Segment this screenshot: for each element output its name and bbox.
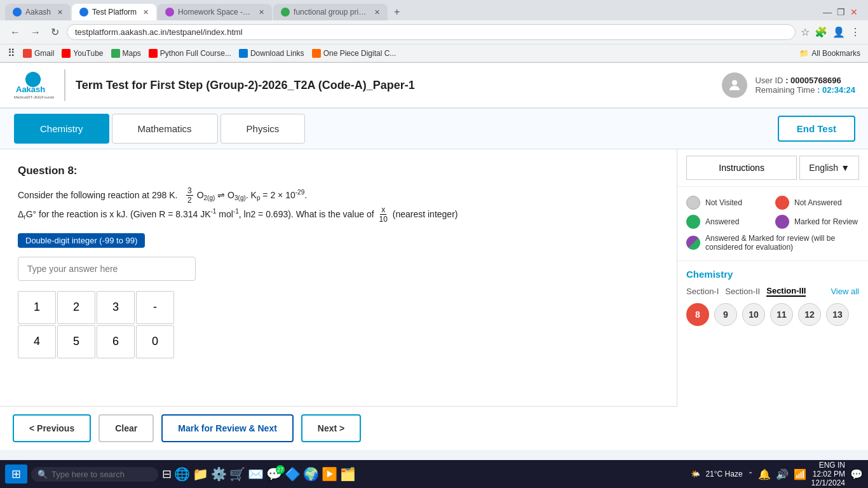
folder-icon: 📁 bbox=[799, 49, 809, 58]
tab-favicon-aakash bbox=[13, 8, 22, 17]
profile-icon[interactable]: 👤 bbox=[832, 26, 845, 38]
q-num-12[interactable]: 12 bbox=[798, 303, 821, 326]
bookmark-python-label: Python Full Course... bbox=[160, 49, 231, 58]
language-label: English bbox=[809, 163, 838, 173]
chemistry-section: Chemistry Section-I Section-II Section-I… bbox=[677, 261, 868, 334]
bookmark-python[interactable]: Python Full Course... bbox=[149, 49, 231, 58]
bookmark-youtube[interactable]: YouTube bbox=[62, 49, 103, 58]
tab-close-functional[interactable]: ✕ bbox=[374, 8, 380, 17]
mark-review-button[interactable]: Mark for Review & Next bbox=[161, 414, 294, 442]
bookmark-onepiece-label: One Piece Digital C... bbox=[323, 49, 397, 58]
numpad-minus[interactable]: - bbox=[136, 291, 174, 324]
user-info: User ID : 00005768696 Remaining Time : 0… bbox=[722, 72, 855, 98]
question-text: Consider the following reaction at 298 K… bbox=[18, 186, 659, 224]
tab-close-aakash[interactable]: ✕ bbox=[57, 8, 63, 17]
star-icon[interactable]: ☆ bbox=[801, 26, 810, 38]
test-title: Term Test for First Step (Group-2)-2026_… bbox=[76, 79, 722, 92]
tab-favicon-functional bbox=[281, 8, 290, 17]
tab-title-functional: functional group priority order bbox=[294, 8, 368, 17]
numpad: 1 2 3 - 4 5 6 0 bbox=[18, 291, 659, 358]
app-header: Aakash Medical|IIT-JEE|Foundations Term … bbox=[0, 63, 868, 109]
numpad-0[interactable]: 0 bbox=[136, 325, 174, 358]
tab-functional[interactable]: functional group priority order ✕ bbox=[273, 4, 388, 20]
numpad-6[interactable]: 6 bbox=[97, 325, 135, 358]
svg-point-3 bbox=[732, 80, 737, 85]
numpad-3[interactable]: 3 bbox=[97, 291, 135, 324]
maps-icon bbox=[111, 49, 120, 58]
section-tab-3[interactable]: Section-III bbox=[766, 286, 806, 297]
tab-close-homework[interactable]: ✕ bbox=[259, 8, 264, 17]
reload-button[interactable]: ↻ bbox=[48, 25, 62, 39]
back-button[interactable]: ← bbox=[8, 25, 23, 39]
extension-icon[interactable]: 🧩 bbox=[815, 26, 827, 38]
tab-testplatform[interactable]: Test Platform ✕ bbox=[72, 4, 156, 20]
close-window-button[interactable]: ✕ bbox=[850, 7, 858, 17]
avatar bbox=[722, 72, 747, 98]
download-icon bbox=[239, 49, 248, 58]
tab-homework[interactable]: Homework Space - StudyX ✕ bbox=[158, 4, 272, 20]
legend-not-visited: Not Visited bbox=[686, 196, 770, 210]
numpad-2[interactable]: 2 bbox=[57, 291, 95, 324]
address-icons: ☆ 🧩 👤 ⋮ bbox=[801, 26, 860, 38]
bookmark-gmail-label: Gmail bbox=[34, 49, 54, 58]
sidebar: Instructions English ▼ Not Visited Not A… bbox=[677, 149, 868, 450]
not-answered-label: Not Answered bbox=[794, 198, 842, 207]
bookmark-gmail[interactable]: Gmail bbox=[23, 49, 54, 58]
numpad-1[interactable]: 1 bbox=[18, 291, 56, 324]
menu-icon[interactable]: ⋮ bbox=[850, 26, 860, 38]
view-all-link[interactable]: View all bbox=[831, 287, 859, 296]
subject-tabs: Chemistry Mathematics Physics End Test bbox=[0, 109, 868, 149]
legend: Not Visited Not Answered Answered Marked… bbox=[677, 187, 868, 261]
section-tabs: Section-I Section-II Section-III View al… bbox=[686, 286, 859, 297]
python-icon bbox=[149, 49, 158, 58]
bookmark-download[interactable]: Download Links bbox=[239, 49, 304, 58]
tab-chemistry[interactable]: Chemistry bbox=[14, 114, 109, 144]
address-input[interactable] bbox=[67, 24, 796, 40]
bookmark-maps[interactable]: Maps bbox=[111, 49, 141, 58]
section-tab-2[interactable]: Section-II bbox=[725, 287, 760, 296]
bookmarks-bar: ⠿ Gmail YouTube Maps Python Full Course.… bbox=[0, 44, 868, 62]
forward-button[interactable]: → bbox=[28, 25, 43, 39]
sidebar-top: Instructions English ▼ bbox=[677, 149, 868, 187]
q-num-10[interactable]: 10 bbox=[742, 303, 765, 326]
language-dropdown[interactable]: English ▼ bbox=[799, 156, 859, 180]
tab-close-testplatform[interactable]: ✕ bbox=[143, 8, 149, 17]
maximize-button[interactable]: ❐ bbox=[837, 7, 845, 17]
svg-text:Aakash: Aakash bbox=[16, 85, 45, 94]
q-num-9[interactable]: 9 bbox=[714, 303, 737, 326]
minimize-button[interactable]: — bbox=[823, 7, 832, 17]
main-content: Question 8: Consider the following react… bbox=[0, 149, 868, 450]
legend-answered: Answered bbox=[686, 215, 770, 229]
q-num-8[interactable]: 8 bbox=[686, 303, 709, 326]
tab-physics[interactable]: Physics bbox=[220, 114, 306, 144]
end-test-button[interactable]: End Test bbox=[778, 116, 855, 142]
user-id-value: : 00005768696 bbox=[785, 76, 841, 85]
question-area: Question 8: Consider the following react… bbox=[0, 149, 677, 406]
numpad-5[interactable]: 5 bbox=[57, 325, 95, 358]
user-id-label: User ID bbox=[755, 76, 783, 85]
bookmark-allbookmarks-label: All Bookmarks bbox=[811, 49, 860, 58]
numpad-4[interactable]: 4 bbox=[18, 325, 56, 358]
marked-review-label: Marked for Review bbox=[794, 217, 858, 226]
apps-icon[interactable]: ⠿ bbox=[8, 47, 15, 59]
answered-marked-dot bbox=[686, 236, 700, 250]
answer-input[interactable] bbox=[18, 257, 196, 281]
not-visited-dot bbox=[686, 196, 700, 210]
tab-mathematics[interactable]: Mathematics bbox=[112, 114, 218, 144]
new-tab-button[interactable]: + bbox=[389, 4, 405, 20]
tab-aakash[interactable]: Aakash ✕ bbox=[5, 4, 71, 20]
instructions-button[interactable]: Instructions bbox=[686, 156, 797, 180]
bookmark-maps-label: Maps bbox=[123, 49, 141, 58]
address-bar: ← → ↻ ☆ 🧩 👤 ⋮ bbox=[0, 20, 868, 44]
clear-button[interactable]: Clear bbox=[98, 414, 154, 442]
section-tab-1[interactable]: Section-I bbox=[686, 287, 719, 296]
q-num-13[interactable]: 13 bbox=[826, 303, 849, 326]
answered-dot bbox=[686, 215, 700, 229]
bookmark-allbookmarks[interactable]: 📁 All Bookmarks bbox=[799, 49, 860, 58]
previous-button[interactable]: < Previous bbox=[13, 414, 91, 442]
bookmark-onepiece[interactable]: One Piece Digital C... bbox=[312, 49, 397, 58]
next-button[interactable]: Next > bbox=[301, 414, 361, 442]
not-answered-dot bbox=[775, 196, 789, 210]
q-num-11[interactable]: 11 bbox=[770, 303, 793, 326]
window-controls: — ❐ ✕ bbox=[823, 7, 863, 17]
